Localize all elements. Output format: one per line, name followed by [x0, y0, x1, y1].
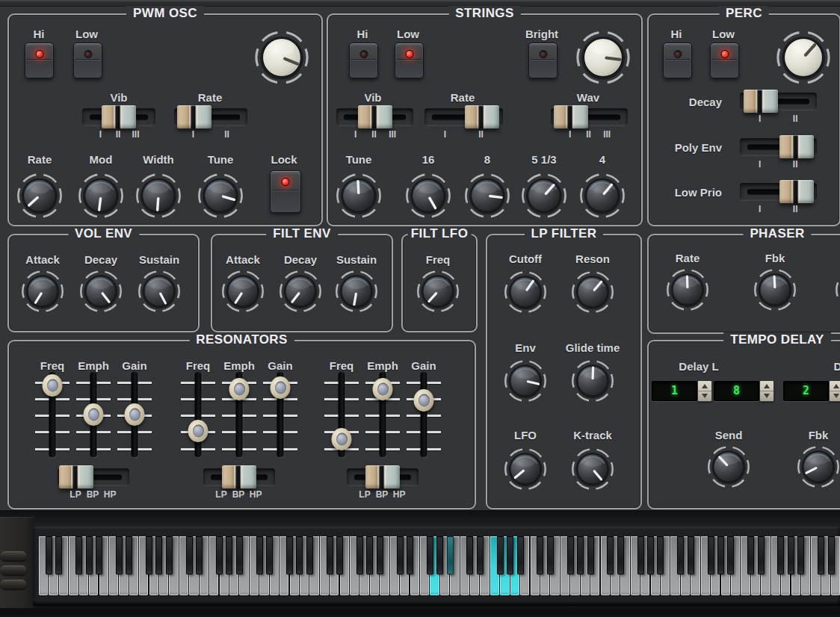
- strings-8-knob[interactable]: [464, 173, 510, 219]
- strings-wav-switch[interactable]: IIIIII: [551, 108, 628, 125]
- delay-l-numerator-stepper[interactable]: [697, 380, 712, 402]
- slider-handle[interactable]: [779, 135, 814, 158]
- delay-l-denominator-stepper[interactable]: [759, 380, 774, 402]
- black-key[interactable]: [296, 536, 303, 574]
- phaser-third-knob[interactable]: [835, 268, 840, 311]
- pwm-rate-knob[interactable]: [16, 173, 63, 219]
- black-key[interactable]: [677, 536, 684, 574]
- strings-tune-knob[interactable]: [336, 173, 382, 219]
- black-key[interactable]: [657, 536, 664, 574]
- black-key[interactable]: [226, 536, 232, 574]
- strings-4-knob[interactable]: [579, 173, 626, 219]
- filt-env-decay-knob[interactable]: [279, 270, 322, 313]
- black-key[interactable]: [477, 536, 484, 574]
- res2-emph-slider[interactable]: [222, 375, 256, 454]
- black-key[interactable]: [126, 536, 132, 574]
- black-key[interactable]: [587, 536, 594, 574]
- slider-handle[interactable]: [43, 374, 63, 397]
- res2-gain-slider[interactable]: [263, 375, 297, 454]
- black-key[interactable]: [688, 536, 694, 574]
- lp-env-knob[interactable]: [504, 359, 547, 403]
- slider-handle[interactable]: [177, 105, 211, 128]
- perc-low-prio-switch[interactable]: III: [740, 183, 817, 200]
- black-key[interactable]: [607, 536, 614, 574]
- black-key[interactable]: [577, 536, 584, 574]
- black-key[interactable]: [547, 536, 554, 574]
- black-key[interactable]: [517, 536, 524, 574]
- black-key[interactable]: [186, 536, 193, 574]
- black-key[interactable]: [327, 536, 333, 574]
- lp-ktrack-knob[interactable]: [571, 447, 614, 491]
- black-key[interactable]: [146, 536, 152, 574]
- res1-emph-slider[interactable]: [76, 375, 111, 454]
- vol-env-sustain-knob[interactable]: [138, 270, 181, 313]
- black-key[interactable]: [236, 536, 243, 574]
- black-key[interactable]: [116, 536, 123, 574]
- vol-env-attack-knob[interactable]: [21, 270, 64, 313]
- phaser-rate-knob[interactable]: [666, 268, 709, 311]
- black-key[interactable]: [55, 536, 62, 574]
- strings-hi-button[interactable]: [349, 43, 378, 78]
- perc-low-button[interactable]: [710, 43, 739, 78]
- black-key[interactable]: [466, 536, 473, 574]
- res1-freq-slider[interactable]: [35, 375, 70, 454]
- black-key[interactable]: [507, 536, 513, 574]
- delay-fbk-knob[interactable]: [797, 445, 840, 489]
- black-key[interactable]: [166, 536, 173, 574]
- black-key[interactable]: [196, 536, 203, 574]
- black-key[interactable]: [497, 536, 504, 574]
- slider-handle[interactable]: [188, 420, 209, 442]
- filt-lfo-freq-knob[interactable]: [416, 270, 460, 313]
- black-key[interactable]: [828, 536, 835, 574]
- slider-handle[interactable]: [744, 90, 778, 113]
- strings-bright-button[interactable]: [528, 43, 558, 78]
- strings-low-button[interactable]: [395, 43, 424, 78]
- perc-hi-button[interactable]: [663, 43, 692, 78]
- black-key[interactable]: [336, 536, 343, 574]
- perc-volume-knob[interactable]: [776, 30, 831, 85]
- black-key[interactable]: [266, 536, 273, 574]
- lp-lfo-knob[interactable]: [504, 447, 547, 491]
- black-key[interactable]: [96, 536, 102, 574]
- keyboard[interactable]: [39, 536, 840, 596]
- res3-emph-slider[interactable]: [365, 375, 400, 454]
- slider-handle[interactable]: [271, 376, 291, 399]
- pwm-rate-switch[interactable]: III: [174, 108, 247, 125]
- pwm-low-button[interactable]: [73, 43, 102, 78]
- filt-env-attack-knob[interactable]: [221, 270, 265, 313]
- res3-gain-slider[interactable]: [407, 375, 441, 454]
- black-key[interactable]: [797, 536, 804, 574]
- lp-cutoff-knob[interactable]: [504, 270, 547, 314]
- black-key[interactable]: [356, 536, 363, 574]
- black-key[interactable]: [818, 536, 824, 574]
- slider-handle[interactable]: [332, 428, 352, 450]
- strings-5-13-knob[interactable]: [521, 173, 567, 219]
- filt-env-sustain-knob[interactable]: [335, 270, 378, 313]
- res2-freq-slider[interactable]: [181, 375, 215, 454]
- slider-handle[interactable]: [125, 403, 145, 426]
- strings-16-knob[interactable]: [405, 173, 451, 219]
- black-key[interactable]: [436, 536, 443, 574]
- slider-handle[interactable]: [414, 389, 434, 412]
- black-key[interactable]: [617, 536, 624, 574]
- slider-handle[interactable]: [779, 180, 814, 203]
- res2-filter-switch[interactable]: LPBPHP: [203, 468, 275, 486]
- black-key[interactable]: [216, 536, 223, 574]
- black-key[interactable]: [377, 536, 383, 574]
- black-key[interactable]: [427, 536, 433, 574]
- black-key[interactable]: [366, 536, 373, 574]
- lp-reson-knob[interactable]: [571, 270, 614, 314]
- black-key[interactable]: [397, 536, 404, 574]
- slider-handle[interactable]: [222, 465, 256, 489]
- black-key[interactable]: [75, 536, 82, 574]
- black-key[interactable]: [537, 536, 543, 574]
- pwm-tune-knob[interactable]: [197, 173, 244, 219]
- res3-filter-switch[interactable]: LPBPHP: [347, 468, 419, 486]
- black-key-highlighted[interactable]: [447, 536, 454, 574]
- res3-freq-slider[interactable]: [324, 375, 359, 454]
- strings-volume-knob[interactable]: [575, 30, 631, 85]
- slider-handle[interactable]: [358, 105, 392, 128]
- black-key[interactable]: [567, 536, 574, 574]
- slider-handle[interactable]: [373, 378, 393, 400]
- black-key[interactable]: [788, 536, 794, 574]
